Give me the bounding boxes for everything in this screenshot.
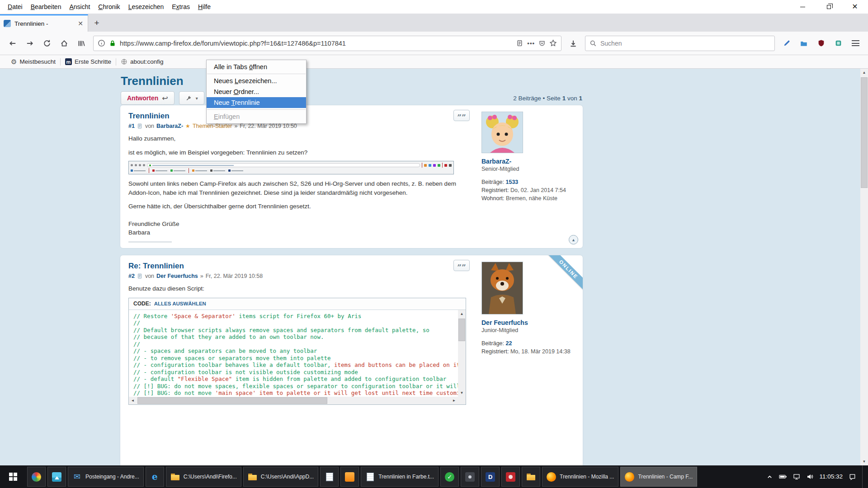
scroll-down-arrow[interactable]: ▼ — [860, 458, 868, 465]
url-bar[interactable]: https://www.camp-firefox.de/forum/viewto… — [93, 36, 561, 51]
topic-tools-button[interactable]: ▾ — [179, 91, 204, 105]
library-button[interactable] — [73, 35, 90, 52]
scroll-up-arrow[interactable]: ▲ — [458, 310, 466, 318]
taskbar-button-mail[interactable]: Posteingang - Andre... — [68, 467, 144, 487]
taskbar-button-app-red[interactable] — [501, 467, 520, 487]
post-count-link[interactable]: 22 — [506, 340, 512, 347]
action-center-icon[interactable] — [849, 473, 856, 481]
taskbar-button-app-dark[interactable] — [461, 467, 479, 487]
search-input[interactable] — [600, 40, 770, 47]
back-to-top-button[interactable]: ▲ — [569, 235, 578, 244]
taskbar-button-folder[interactable]: C:\Users\Andi\Firefo... — [166, 467, 241, 487]
quote-button[interactable]: ”” — [453, 260, 470, 271]
lock-icon[interactable] — [109, 40, 116, 47]
scroll-down-arrow[interactable]: ▼ — [458, 389, 466, 397]
forward-button[interactable] — [22, 35, 38, 52]
folder-extension-button[interactable] — [796, 35, 812, 52]
tray-expand-icon[interactable] — [766, 474, 773, 480]
reply-button[interactable]: Antworten ↩ — [121, 91, 175, 105]
author-link[interactable]: BarbaraZ- — [156, 123, 183, 129]
taskbar-button-app-d[interactable] — [481, 467, 500, 487]
menu-item-0[interactable]: Alle in Tabs öffnen — [207, 61, 306, 72]
adblock-extension-button[interactable] — [813, 35, 829, 52]
tab-close-icon[interactable]: ✕ — [77, 20, 84, 27]
quote-button[interactable]: ”” — [453, 110, 470, 121]
browser-scrollbar[interactable]: ▲ ▼ — [860, 69, 868, 465]
author-link[interactable]: Der Feuerfuchs — [156, 273, 198, 279]
bookmark-meistbesucht[interactable]: ⚙ Meistbesucht — [6, 55, 60, 68]
scroll-up-arrow[interactable]: ▲ — [860, 69, 868, 76]
window-restore-button[interactable] — [816, 0, 842, 14]
window-minimize-button[interactable] — [789, 0, 816, 14]
profile-name-link[interactable]: Der Feuerfuchs — [481, 319, 576, 326]
browser-tab[interactable]: Trennlinien - ✕ — [0, 14, 88, 32]
bookmark-erste-schritte[interactable]: m Erste Schritte — [61, 55, 116, 68]
bookmark-star-icon[interactable] — [549, 39, 557, 47]
profile-rank: Junior-Mitglied — [481, 327, 576, 333]
home-button[interactable] — [56, 35, 72, 52]
back-button[interactable] — [5, 35, 21, 52]
post-screenshot-image[interactable] — [128, 161, 454, 174]
start-button[interactable] — [0, 465, 26, 488]
pocket-icon[interactable] — [538, 40, 546, 47]
taskbar-clock[interactable]: 11:05:32 — [819, 473, 843, 480]
page-info-icon[interactable] — [98, 39, 105, 47]
code-area[interactable]: // Restore 'Space & Separator' items scr… — [129, 310, 466, 404]
scrollbar-thumb[interactable] — [861, 77, 868, 188]
menu-item-2[interactable]: Neuer Ordner... — [207, 86, 306, 97]
code-vertical-scrollbar[interactable]: ▲ ▼ — [458, 310, 466, 397]
scrollbar-thumb[interactable] — [458, 319, 465, 341]
menubar-item-hilfe[interactable]: Hilfe — [194, 1, 215, 13]
post-number-link[interactable]: #2 — [128, 273, 135, 279]
menu-item-3[interactable]: Neue Trennlinie — [207, 97, 306, 108]
network-icon[interactable] — [793, 473, 800, 480]
scroll-left-arrow[interactable]: ◄ — [129, 397, 137, 404]
menubar-item-lesezeichen[interactable]: Lesezeichen — [124, 1, 168, 13]
compose-extension-button[interactable] — [778, 35, 795, 52]
menubar-item-ansicht[interactable]: Ansicht — [65, 1, 94, 13]
extension-button[interactable] — [830, 35, 846, 52]
reload-button[interactable] — [39, 35, 55, 52]
reader-mode-icon[interactable] — [516, 39, 524, 47]
volume-icon[interactable] — [806, 473, 813, 480]
menu-item-4[interactable]: Einfügen — [207, 111, 306, 122]
code-horizontal-scrollbar[interactable]: ◄ ► — [129, 397, 458, 404]
search-bar[interactable] — [585, 36, 775, 51]
taskbar-button-check-green[interactable] — [440, 467, 459, 487]
bookmarks-toolbar: ⚙ Meistbesucht m Erste Schritte about:co… — [0, 55, 868, 69]
scrollbar-thumb[interactable] — [137, 397, 327, 404]
menubar-items: DateiBearbeitenAnsichtChronikLesezeichen… — [4, 1, 215, 13]
post-title[interactable]: Re: Trennlinien — [128, 262, 467, 271]
menubar-item-datei[interactable]: Datei — [4, 1, 27, 13]
photos-icon — [52, 472, 61, 482]
taskbar-button-firefox[interactable]: Trennlinien - Camp F... — [620, 467, 697, 487]
battery-icon[interactable] — [779, 473, 787, 480]
menubar-item-chronik[interactable]: Chronik — [94, 1, 124, 13]
post-number-link[interactable]: #1 — [128, 123, 135, 129]
taskbar-button-folder[interactable] — [522, 467, 540, 487]
url-text[interactable]: https://www.camp-firefox.de/forum/viewto… — [120, 40, 512, 47]
taskbar-button-notepad[interactable] — [320, 467, 339, 487]
window-close-button[interactable]: ✕ — [842, 0, 868, 14]
taskbar-button-app-orange[interactable] — [340, 467, 359, 487]
scroll-right-arrow[interactable]: ► — [450, 397, 458, 404]
profile-name-link[interactable]: BarbaraZ- — [481, 158, 576, 165]
taskbar-button-edge[interactable] — [146, 467, 164, 487]
taskbar-button-folder[interactable]: C:\Users\Andi\AppD... — [243, 467, 318, 487]
menu-button[interactable] — [847, 35, 863, 52]
select-all-link[interactable]: ALLES AUSWÄHLEN — [154, 301, 206, 306]
taskbar-button-app-colors[interactable] — [27, 467, 46, 487]
taskbar-button-notepad[interactable]: Trennlinien in Farbe.t... — [361, 467, 439, 487]
taskbar-button-photos[interactable] — [47, 467, 66, 487]
bookmark-about-config[interactable]: about:config — [116, 55, 168, 68]
post-count-link[interactable]: 1533 — [506, 179, 519, 185]
show-desktop-button[interactable] — [862, 465, 865, 488]
menubar-item-bearbeiten[interactable]: Bearbeiten — [27, 1, 66, 13]
taskbar-button-label: Posteingang - Andre... — [85, 474, 139, 480]
download-button[interactable] — [565, 35, 581, 52]
menu-item-1[interactable]: Neues Lesezeichen... — [207, 75, 306, 86]
new-tab-button[interactable]: + — [90, 16, 104, 30]
page-actions-icon[interactable]: ••• — [527, 40, 535, 47]
menubar-item-extras[interactable]: Extras — [168, 1, 194, 13]
taskbar-button-firefox[interactable]: Trennlinien - Mozilla ... — [542, 467, 618, 487]
